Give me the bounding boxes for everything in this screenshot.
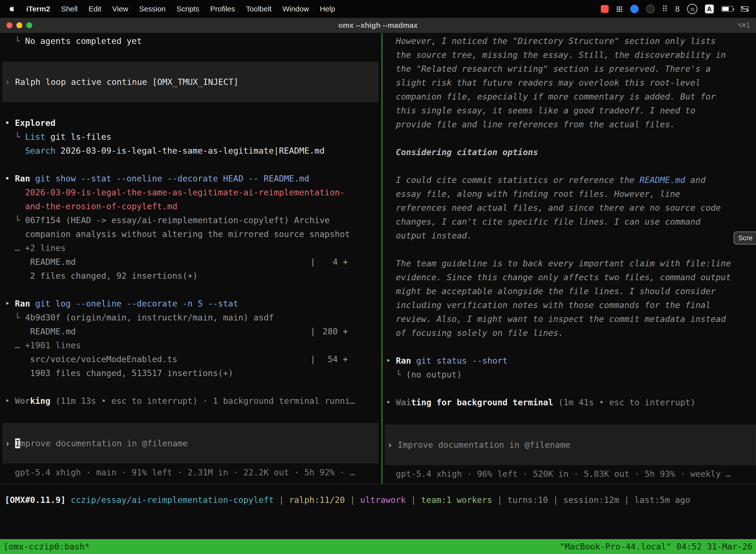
menu-item-iterm2[interactable]: iTerm2: [21, 5, 56, 13]
menu-item-session[interactable]: Session: [134, 5, 171, 13]
prompt-input-text: mprove documentation in @filename: [20, 438, 188, 448]
git-show-command: git show --stat --oneline --decorate HEA…: [35, 173, 309, 183]
ralph-counter: ralph:11/20: [289, 495, 345, 505]
control-center-icon[interactable]: [741, 6, 749, 12]
stat-count: 280: [315, 324, 338, 338]
app-grid-dots-icon[interactable]: ⠿: [662, 4, 668, 14]
git-log-stat-line: src/voice/voiceModeEnabled.ts|54 +: [5, 352, 381, 366]
truncation-indicator: … +1901 lines: [15, 340, 81, 350]
battery-nub: [733, 8, 734, 11]
explored-header-line: • Explored: [5, 116, 381, 130]
input-source-icon[interactable]: A: [705, 4, 714, 13]
left-terminal-pane[interactable]: └ No agents completed yet › Ralph loop a…: [0, 33, 381, 484]
thinking-paragraph-2-line1: I could cite commit statistics or refere…: [386, 173, 756, 187]
stat-filename: src/voice/voiceModeEnabled.ts: [30, 352, 310, 366]
team-workers: team:1 workers: [421, 495, 492, 505]
commit-message-cont: companion analysis without altering the …: [25, 229, 350, 239]
essay-filename-part2: and-the-erosion-of-copyleft.md: [25, 201, 177, 211]
agents-note-line: └ No agents completed yet: [5, 34, 381, 48]
window-title-bar[interactable]: omx --xhigh --madmax ⌥⌘1: [0, 18, 756, 33]
stat-plus: +: [343, 354, 348, 364]
apple-menu[interactable]: [7, 5, 21, 12]
prompt-icon: ›: [387, 440, 392, 450]
tree-branch-icon: └: [15, 132, 20, 142]
input-source-letter: A: [707, 5, 712, 13]
session-duration: session:12m: [563, 495, 619, 505]
menu-item-view[interactable]: View: [107, 5, 134, 13]
menu-item-help[interactable]: Help: [315, 5, 341, 13]
menu-item-profiles[interactable]: Profiles: [205, 5, 240, 13]
working-details: (11m 13s • esc to interrupt) · 1 backgro…: [50, 396, 355, 406]
separator: |: [624, 495, 629, 505]
prompt-input-box[interactable]: › Improve documentation in @filename: [2, 423, 378, 463]
waiting-shimmer-bright: ting for background terminal: [411, 397, 553, 407]
git-show-commit-line: └ 067f154 (HEAD -> essay/ai-reimplementa…: [5, 213, 381, 227]
explored-list-line: └ List git ls-files: [5, 130, 381, 144]
git-show-commit-line2: companion analysis without altering the …: [5, 227, 381, 241]
git-log-header-line: • Ran git log --oneline --decorate -n 5 …: [5, 296, 381, 311]
thinking-paragraph-3: The team guideline is to back every impo…: [386, 257, 756, 340]
separator: |: [497, 495, 502, 505]
right-terminal-pane[interactable]: However, I noticed the "Directory Struct…: [382, 33, 756, 484]
thinking-heading: Considering citation options: [386, 145, 756, 159]
git-log-summary-line: 1903 files changed, 513517 insertions(+): [5, 366, 381, 380]
text-cursor: I: [15, 438, 20, 448]
screen-recording-stop-icon[interactable]: [601, 5, 609, 13]
stat-pipe: |: [310, 354, 315, 364]
commit-message: 067f154 (HEAD -> essay/ai-reimplementati…: [25, 215, 330, 225]
prompt-input-line: › Improve documentation in @filename: [5, 436, 378, 450]
grid-app-icon[interactable]: ⊞: [616, 4, 623, 14]
menu-item-toolbelt[interactable]: Toolbelt: [241, 5, 277, 13]
git-show-filename-line: and-the-erosion-of-copyleft.md: [5, 199, 381, 213]
tree-branch-icon: └: [15, 36, 20, 46]
menu-item-edit[interactable]: Edit: [83, 5, 107, 13]
tmux-session-name[interactable]: [omx-cczip0:bash*: [3, 542, 90, 552]
working-status-line: • Working (11m 13s • esc to interrupt) ·…: [5, 394, 381, 408]
ran-label: Ran: [15, 298, 30, 309]
widget-8-icon[interactable]: 8: [675, 4, 680, 14]
bullet-icon: •: [5, 298, 10, 309]
stat-summary: 2 files changed, 92 insertions(+): [30, 271, 198, 281]
git-status-command: git status --short: [416, 356, 507, 366]
status-separator-rule: [0, 484, 756, 485]
truncation-indicator: … +2 lines: [15, 243, 66, 253]
menu-item-scripts[interactable]: Scripts: [171, 5, 205, 13]
working-shimmer-bright: king: [30, 396, 50, 406]
prompt-input-text: Improve documentation in @filename: [397, 440, 570, 450]
menu-bar: iTerm2 Shell Edit View Session Scripts P…: [0, 0, 756, 18]
menu-item-window[interactable]: Window: [277, 5, 315, 13]
git-log-commit-line: └ 4b9d30f (origin/main, instructkr/main,…: [5, 311, 381, 324]
screen-share-notification[interactable]: Scre: [734, 232, 756, 244]
para2-post: and: [685, 175, 706, 185]
waiting-shimmer-dim: Wai: [396, 397, 411, 407]
menu-item-shell[interactable]: Shell: [56, 5, 83, 13]
screen-share-text: Scre: [738, 234, 753, 242]
stat-summary: 1903 files changed, 513517 insertions(+): [30, 368, 233, 378]
git-show-filename-line: 2026-03-09-is-legal-the-same-as-legitima…: [5, 185, 381, 199]
battery-icon[interactable]: [721, 6, 733, 12]
blue-app-icon[interactable]: [630, 5, 639, 13]
tree-branch-icon: └: [15, 215, 20, 225]
prompt-input-line: › Improve documentation in @filename: [387, 438, 756, 452]
tmux-status-bar: [omx-cczip0:bash* "MacBook-Pro-44.local"…: [0, 539, 756, 554]
prompt-input-box[interactable]: › Improve documentation in @filename: [385, 425, 756, 465]
git-log-stat-line: README.md|280 +: [5, 324, 381, 338]
list-verb: List: [25, 132, 45, 142]
thinking-paragraph-1: However, I noticed the "Directory Struct…: [386, 34, 756, 131]
readme-link[interactable]: README.md: [640, 175, 685, 185]
agents-note-text: No agents completed yet: [25, 36, 142, 46]
stat-pipe: |: [310, 326, 315, 336]
dark-app-icon[interactable]: [646, 5, 654, 13]
omx-branch: cczip/essay/ai-reimplementation-copyleft: [71, 495, 274, 505]
ran-label: Ran: [396, 356, 411, 366]
tree-branch-icon: └: [396, 370, 401, 380]
omx-mode: ultrawork: [360, 495, 406, 505]
git-status-header-line: • Ran git status --short: [386, 354, 756, 368]
stat-pipe: |: [310, 257, 315, 267]
gauge-icon[interactable]: .61: [687, 4, 697, 14]
window-title: omx --xhigh --madmax: [0, 21, 756, 30]
bullet-icon: •: [386, 397, 391, 407]
stat-filename: README.md: [30, 324, 310, 338]
ralph-loop-banner: › Ralph loop active continue [OMX_TMUX_I…: [2, 62, 378, 102]
git-log-command: git log --oneline --decorate -n 5 --stat: [35, 298, 238, 309]
